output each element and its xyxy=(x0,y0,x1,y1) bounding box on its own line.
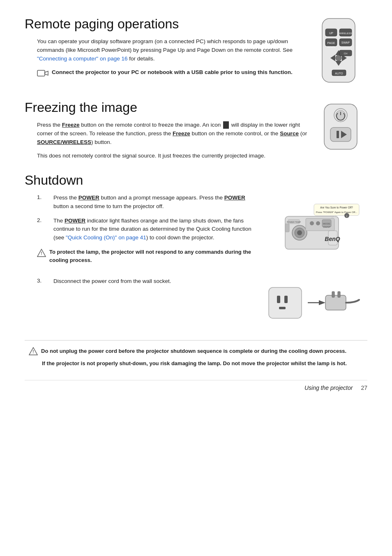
svg-text:PAGE: PAGE xyxy=(327,42,335,44)
footer-section-label: Using the projector xyxy=(304,385,353,391)
shutdown-item-2-text: The POWER indicator light flashes orange… xyxy=(53,217,256,243)
bottom-warning-1-text: Do not unplug the power cord before the … xyxy=(41,347,346,355)
shutdown-title: Shutdown xyxy=(25,173,367,188)
bottom-warning-2-text: If the projector is not properly shut-do… xyxy=(42,359,347,368)
svg-rect-19 xyxy=(37,70,45,76)
source-wireless-bold: SOURCE/WIRELESS xyxy=(37,139,91,145)
shutdown-item-3-num: 3. xyxy=(37,277,47,284)
svg-rect-25 xyxy=(337,131,339,138)
bottom-warning-triangle-1: ! xyxy=(29,347,38,355)
connecting-computer-link[interactable]: "Connecting a computer" on page 16 xyxy=(37,56,127,62)
svg-point-32 xyxy=(310,221,314,225)
projector-illustration: MODE SWAP BenQ POWER TEMP Are You Sure t… xyxy=(265,196,363,262)
svg-text:AUTO: AUTO xyxy=(335,72,343,75)
shutdown-item-1-text: Press the POWER button and a prompt mess… xyxy=(53,194,256,211)
freeze-remote-illustration xyxy=(318,102,363,151)
bottom-warning-2: If the projector is not properly shut-do… xyxy=(42,359,367,368)
remote-paging-section: UP WIRELESS PAGE DOWN SWAP CH AUTO xyxy=(25,16,367,88)
freeze-bold-1: Freeze xyxy=(62,122,80,128)
remote-paging-body-text: You can operate your display software pr… xyxy=(37,38,293,53)
note-icon xyxy=(37,69,48,78)
freeze-bold-2: Freeze xyxy=(173,130,190,137)
shutdown-item-2: 2. The POWER indicator light flashes ora… xyxy=(37,217,256,243)
svg-text:CH: CH xyxy=(344,52,348,55)
shutdown-item-3-block: 3. Disconnect the power cord from the wa… xyxy=(25,277,367,328)
svg-text:!: ! xyxy=(32,350,34,354)
svg-text:POWER  TEMP: POWER TEMP xyxy=(287,221,301,223)
shutdown-item-1: 1. Press the POWER button and a prompt m… xyxy=(37,194,256,211)
shutdown-item-3: 3. Disconnect the power cord from the wa… xyxy=(37,277,256,286)
svg-text:SWAP: SWAP xyxy=(323,226,330,228)
svg-rect-56 xyxy=(325,295,346,310)
freezing-title: Freezing the image xyxy=(25,100,367,115)
shutdown-items-1-2: MODE SWAP BenQ POWER TEMP Are You Sure t… xyxy=(25,194,367,269)
footer-page-number: 27 xyxy=(361,385,367,391)
svg-text:WIRELESS: WIRELESS xyxy=(339,32,352,35)
quick-cooling-link[interactable]: "Quick Cooling (On)" on page 41 xyxy=(66,234,146,241)
svg-marker-55 xyxy=(319,300,325,305)
svg-text:Are You Sure to Power Off?: Are You Sure to Power Off? xyxy=(320,206,353,209)
svg-rect-52 xyxy=(284,296,288,303)
svg-marker-20 xyxy=(45,71,48,75)
svg-point-30 xyxy=(297,230,302,235)
freezing-body2: This does not remotely control the signa… xyxy=(37,152,367,160)
freeze-icon xyxy=(223,121,229,129)
cooling-warning-text: To protect the lamp, the projector will … xyxy=(49,248,256,264)
svg-text:MODE: MODE xyxy=(323,222,330,225)
warning-triangle-icon: ! xyxy=(37,249,46,257)
usb-cable-note: Connect the projector to your PC or note… xyxy=(37,68,306,78)
svg-rect-24 xyxy=(330,127,351,141)
svg-rect-53 xyxy=(279,307,286,309)
page-content: UP WIRELESS PAGE DOWN SWAP CH AUTO xyxy=(0,0,392,408)
svg-text:i: i xyxy=(346,214,347,218)
shutdown-item-3-text: Disconnect the power cord from the wall … xyxy=(53,277,171,286)
svg-text:BenQ: BenQ xyxy=(325,236,340,242)
svg-point-33 xyxy=(316,221,320,225)
power-cord-illustration xyxy=(265,277,363,327)
svg-rect-51 xyxy=(277,296,280,303)
svg-text:SWAP: SWAP xyxy=(341,41,350,44)
svg-rect-58 xyxy=(338,292,340,297)
shutdown-item-2-num: 2. xyxy=(37,217,47,223)
svg-text:!: ! xyxy=(41,251,42,256)
svg-rect-57 xyxy=(332,292,334,297)
usb-cable-note-text: Connect the projector to your PC or note… xyxy=(52,68,293,76)
page-footer: Using the projector 27 xyxy=(25,380,367,391)
svg-rect-37 xyxy=(285,224,289,232)
cooling-warning: ! To protect the lamp, the projector wil… xyxy=(37,248,256,264)
svg-text:UP: UP xyxy=(329,32,333,35)
source-bold: Source xyxy=(280,130,299,137)
svg-text:Press "POWER" Again to Power O: Press "POWER" Again to Power Off... xyxy=(316,211,357,213)
freezing-section: Freezing the image Press the Freeze butt… xyxy=(25,100,367,160)
shutdown-item-1-num: 1. xyxy=(37,194,47,200)
remote-control-illustration: UP WIRELESS PAGE DOWN SWAP CH AUTO xyxy=(314,16,363,86)
bottom-warnings-section: ! Do not unplug the power cord before th… xyxy=(25,340,367,368)
bottom-warning-1: ! Do not unplug the power cord before th… xyxy=(29,347,367,355)
remote-paging-body-suffix: for details. xyxy=(129,56,154,62)
shutdown-section: Shutdown MODE xyxy=(25,173,367,328)
svg-text:DOWN: DOWN xyxy=(327,46,335,48)
